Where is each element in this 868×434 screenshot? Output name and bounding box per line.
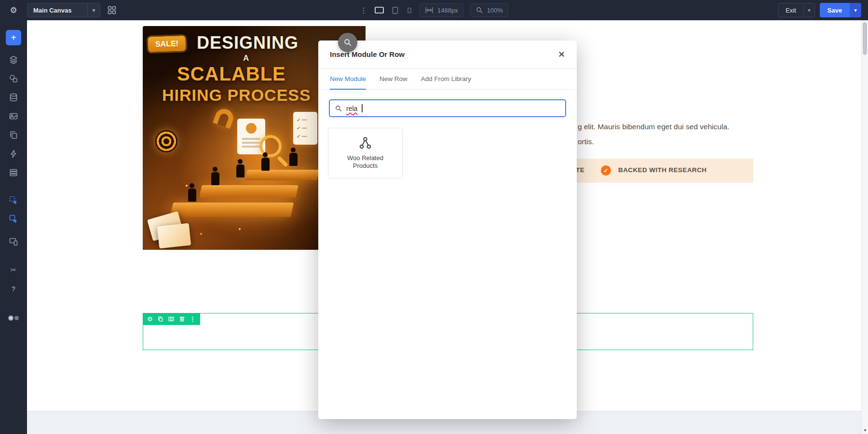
divi-builder-app: ⚙ Main Canvas ▾ ⋮ bbox=[0, 0, 868, 434]
rows-list-icon[interactable] bbox=[6, 165, 21, 180]
hero-platform bbox=[199, 185, 298, 198]
search-input-value: rela bbox=[346, 105, 357, 112]
hero-target-graphic bbox=[155, 130, 177, 152]
tab-new-module[interactable]: New Module bbox=[330, 68, 366, 90]
row-more-options-icon[interactable]: ⋮ bbox=[190, 315, 196, 323]
module-card-woo-related-products[interactable]: Woo Related Products bbox=[328, 128, 403, 178]
hero-figure bbox=[187, 183, 197, 202]
module-search-input[interactable]: rela bbox=[329, 99, 566, 117]
exit-button-group: Exit ▾ bbox=[778, 3, 815, 17]
hover-select-mode-icon[interactable] bbox=[6, 211, 21, 227]
media-image-icon[interactable] bbox=[6, 108, 21, 124]
modal-title: Insert Module Or Row bbox=[330, 50, 405, 58]
magnifier-icon bbox=[343, 38, 352, 47]
hero-document-graphic bbox=[157, 223, 191, 249]
toggle-dot-dark bbox=[14, 316, 19, 320]
help-icon[interactable]: ? bbox=[6, 281, 21, 297]
canvas-zoom-value: 100% bbox=[487, 7, 503, 14]
tablet-preview-icon[interactable] bbox=[391, 6, 399, 15]
theme-toggle[interactable] bbox=[7, 314, 20, 321]
topbar-right-group: Exit ▾ Save ▾ bbox=[778, 3, 861, 17]
share-nodes-icon bbox=[359, 136, 372, 149]
hero-figure bbox=[210, 167, 220, 185]
builder-topbar: ⚙ Main Canvas ▾ ⋮ bbox=[0, 0, 868, 20]
hero-figure bbox=[260, 152, 270, 171]
hero-platform bbox=[170, 203, 294, 217]
row-columns-icon[interactable] bbox=[168, 316, 175, 322]
save-options-chevron-icon[interactable]: ▾ bbox=[850, 3, 861, 17]
save-button[interactable]: Save bbox=[820, 3, 850, 17]
phone-preview-icon[interactable] bbox=[406, 6, 413, 15]
canvas-selector-dropdown[interactable]: Main Canvas ▾ bbox=[27, 3, 100, 17]
vertical-scrollbar[interactable]: ▼ bbox=[861, 20, 868, 434]
row-toolbar: ⚙ ⋮ bbox=[143, 313, 200, 325]
design-shapes-icon[interactable] bbox=[6, 71, 21, 86]
sale-badge: SALE! bbox=[146, 34, 187, 54]
exit-options-chevron-icon[interactable]: ▾ bbox=[803, 3, 815, 17]
hero-platform bbox=[245, 170, 320, 180]
hero-title-line4: HIRING PROCESS bbox=[162, 86, 311, 105]
save-button-group: Save ▾ bbox=[820, 3, 861, 17]
responsive-devices-icon[interactable] bbox=[6, 234, 21, 249]
tab-add-from-library[interactable]: Add From Library bbox=[421, 68, 471, 90]
chevron-down-icon: ▾ bbox=[87, 3, 100, 17]
exit-button[interactable]: Exit bbox=[778, 3, 804, 17]
scrollbar-down-arrow-icon[interactable]: ▼ bbox=[862, 428, 868, 433]
insert-module-modal: Insert Module Or Row ✕ New Module New Ro… bbox=[318, 41, 577, 419]
check-circle-icon: ✓ bbox=[601, 165, 611, 176]
hero-figure bbox=[288, 148, 298, 166]
layers-icon[interactable] bbox=[6, 52, 21, 68]
hero-title-line3: SCALABLE bbox=[177, 63, 286, 85]
hero-figure bbox=[235, 159, 245, 177]
canvas-zoom-field[interactable]: 100% bbox=[470, 3, 508, 17]
layout-grid-icon[interactable] bbox=[107, 5, 117, 15]
tab-new-row[interactable]: New Row bbox=[380, 68, 407, 90]
image-zoom-button[interactable] bbox=[338, 33, 357, 52]
builder-settings-icon[interactable]: ⚙ bbox=[0, 5, 27, 15]
add-module-button[interactable]: + bbox=[6, 30, 21, 45]
row-settings-icon[interactable]: ⚙ bbox=[147, 315, 153, 323]
canvas-width-value: 1488px bbox=[437, 7, 458, 14]
click-select-mode-icon[interactable] bbox=[6, 192, 21, 208]
width-arrows-icon bbox=[425, 6, 434, 14]
more-options-icon[interactable]: ⋮ bbox=[360, 6, 367, 15]
database-icon[interactable] bbox=[6, 90, 21, 105]
canvas-selector-label: Main Canvas bbox=[33, 7, 87, 14]
lightning-interactions-icon[interactable] bbox=[6, 146, 21, 162]
modal-tabs: New Module New Row Add From Library bbox=[318, 68, 577, 90]
text-caret bbox=[362, 104, 363, 112]
banner-text-fragment: TE bbox=[576, 166, 584, 174]
canvas-width-field[interactable]: 1488px bbox=[420, 3, 463, 17]
topbar-left-group: ⚙ Main Canvas ▾ bbox=[0, 3, 117, 17]
zoom-magnifier-icon bbox=[475, 6, 483, 14]
hero-title-line2: A bbox=[243, 54, 249, 63]
toggle-dot-light bbox=[8, 315, 14, 321]
copy-pages-icon[interactable] bbox=[6, 127, 21, 143]
row-delete-icon[interactable] bbox=[179, 316, 185, 322]
feature-banner: TE ✓ BACKED WITH RESEARCH bbox=[555, 159, 753, 183]
scrollbar-thumb[interactable] bbox=[863, 22, 867, 55]
hero-particles bbox=[143, 26, 144, 27]
row-duplicate-icon[interactable] bbox=[157, 316, 163, 322]
builder-left-sidebar: + bbox=[0, 20, 27, 434]
close-icon[interactable]: ✕ bbox=[558, 49, 565, 60]
hero-title-line1: DESIGNING bbox=[197, 33, 298, 53]
topbar-center-group: ⋮ 1488px bbox=[360, 0, 508, 20]
banner-label: BACKED WITH RESEARCH bbox=[618, 166, 707, 174]
product-description-text: ortis. bbox=[578, 137, 594, 146]
module-results-grid: Woo Related Products bbox=[318, 117, 577, 189]
desktop-preview-icon[interactable] bbox=[374, 6, 384, 15]
cut-tools-icon[interactable]: ✂ bbox=[6, 262, 21, 278]
search-icon bbox=[335, 105, 342, 112]
module-card-label: Woo Related Products bbox=[340, 154, 391, 170]
hero-checklist-graphic bbox=[293, 112, 317, 145]
product-description-text: g elit. Mauris bibendum eget dui sed veh… bbox=[578, 122, 730, 131]
